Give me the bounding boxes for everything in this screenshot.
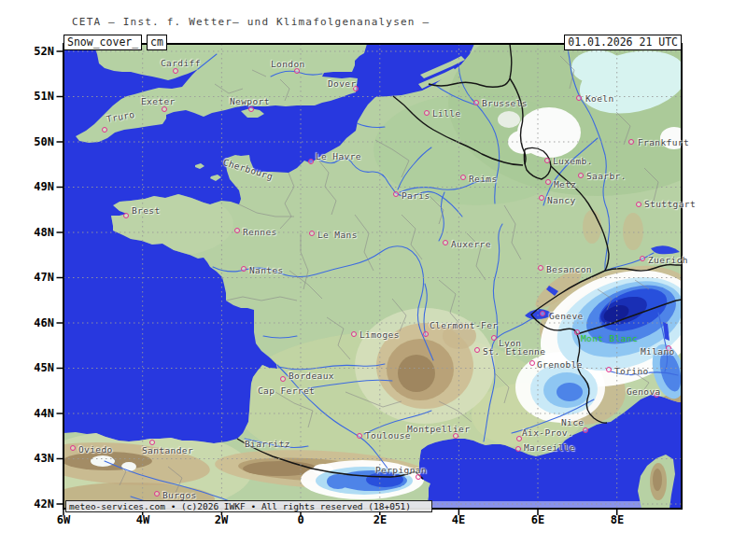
- lat-label: 45N: [22, 361, 54, 374]
- city-label: Montpellier: [407, 424, 470, 434]
- city-label: Genova: [627, 386, 661, 397]
- city-marker-newport: [248, 106, 254, 112]
- peak-label: Mont Blanc: [581, 333, 638, 343]
- city-label: Besancon: [546, 264, 592, 274]
- city-label: Saarbr.: [586, 171, 627, 181]
- city-label: Clermont-Fer: [430, 320, 498, 330]
- copyright-bar: meteo-services.com • (c)2026 IWKF • All …: [65, 500, 432, 512]
- city-label: Auxerre: [451, 239, 491, 249]
- city-label: Bordeaux: [289, 371, 334, 381]
- lat-label: 51N: [22, 90, 54, 103]
- city-marker-st-etienne: [474, 347, 480, 353]
- city-marker-truro: [102, 127, 107, 133]
- city-label: Perpignan: [375, 465, 427, 475]
- lat-label: 48N: [22, 226, 54, 239]
- city-label: Toulouse: [365, 430, 411, 441]
- city-marker-brussels: [473, 100, 479, 105]
- city-marker-saarbruecken: [578, 173, 584, 178]
- city-marker-metz: [545, 179, 551, 185]
- city-label: Limoges: [359, 329, 400, 340]
- city-marker-luxembourg: [544, 158, 550, 163]
- city-marker-geneve: [540, 311, 545, 316]
- city-label: Geneve: [549, 311, 584, 321]
- city-label: Rennes: [243, 227, 277, 237]
- city-marker-le-havre: [308, 159, 314, 164]
- city-label: Grenoble: [537, 359, 583, 370]
- city-label: Marseille: [524, 442, 575, 453]
- city-label: Cardiff: [161, 58, 201, 68]
- city-label: Nancy: [547, 195, 576, 205]
- lat-label: 46N: [22, 316, 54, 329]
- city-label: Koeln: [585, 93, 614, 104]
- city-label: Dover: [328, 78, 357, 89]
- city-label: Nice: [561, 417, 584, 427]
- city-label: Biarritz: [245, 439, 290, 449]
- city-marker-grenoble: [529, 360, 535, 366]
- city-label: Santander: [142, 445, 193, 455]
- city-marker-nancy: [539, 195, 544, 201]
- map-canvas: [0, 0, 747, 560]
- datetime-badge: 01.01.2026 21 UTC: [564, 35, 682, 50]
- lat-label: 43N: [22, 452, 54, 465]
- peak-marker-mont-blanc: [574, 329, 580, 335]
- lat-label: 49N: [22, 180, 54, 193]
- weather-map-page: CETA — Inst. f. Wetter— und Klimafolgena…: [0, 0, 747, 560]
- city-marker-besancon: [538, 265, 543, 271]
- city-label: Lille: [432, 108, 461, 119]
- city-marker-rennes: [234, 228, 240, 233]
- city-marker-nantes: [241, 266, 247, 272]
- city-marker-lille: [424, 110, 430, 116]
- layer-badge: Snow_cover_: [63, 35, 142, 50]
- city-label: Aix-Prov.: [522, 427, 573, 438]
- unit-badge: cm: [147, 35, 167, 50]
- city-label: Nantes: [249, 265, 284, 275]
- city-marker-stuttgart: [636, 202, 641, 207]
- city-label: Stuttgart: [644, 199, 696, 209]
- lat-label: 52N: [22, 45, 54, 58]
- city-marker-nice: [583, 427, 588, 433]
- city-label: St. Etienne: [483, 346, 545, 357]
- city-label: Cap Ferret: [258, 385, 315, 396]
- city-marker-koeln: [576, 95, 582, 101]
- city-label: Frankfurt: [638, 137, 689, 147]
- city-label: Paris: [402, 190, 430, 201]
- city-marker-oviedo: [70, 445, 76, 451]
- city-label: Luxemb.: [553, 156, 593, 166]
- city-label: Zuerich: [648, 255, 688, 265]
- city-marker-auxerre: [443, 240, 448, 245]
- city-label: Torino: [614, 366, 649, 376]
- city-marker-le-mans: [309, 231, 315, 236]
- city-marker-brest: [123, 213, 129, 218]
- city-marker-reims: [460, 175, 466, 180]
- page-title: CETA — Inst. f. Wetter— und Klimafolgena…: [72, 16, 430, 28]
- lat-label: 44N: [22, 407, 54, 420]
- city-label: Brussels: [482, 98, 528, 108]
- city-marker-paris: [393, 191, 399, 197]
- city-marker-burgos: [154, 491, 160, 497]
- city-label: Le Havre: [316, 151, 361, 161]
- city-label: Reims: [469, 174, 498, 184]
- city-marker-clermont: [423, 331, 429, 337]
- lat-label: 42N: [22, 497, 54, 511]
- lon-label: 6W: [45, 513, 82, 526]
- city-marker-exeter: [162, 106, 167, 112]
- lon-label: 2W: [203, 513, 240, 526]
- city-marker-toulouse: [357, 433, 362, 439]
- city-marker-torino: [606, 367, 612, 372]
- city-marker-lyon: [491, 335, 497, 341]
- lon-label: 4E: [440, 513, 477, 526]
- lon-label: 8E: [599, 513, 636, 526]
- city-label: Milano: [641, 346, 675, 357]
- lon-label: 6E: [519, 513, 557, 526]
- city-label: Exeter: [141, 96, 176, 106]
- city-label: London: [271, 59, 305, 69]
- city-marker-limoges: [351, 331, 357, 337]
- city-marker-cardiff: [173, 68, 178, 74]
- city-marker-zuerich: [640, 256, 645, 261]
- lat-label: 47N: [22, 271, 54, 284]
- city-label: Brest: [132, 205, 161, 216]
- lat-label: 50N: [22, 135, 54, 148]
- city-label: Le Mans: [317, 230, 358, 240]
- lon-label: 4W: [124, 513, 162, 526]
- lon-label: 2E: [361, 513, 399, 526]
